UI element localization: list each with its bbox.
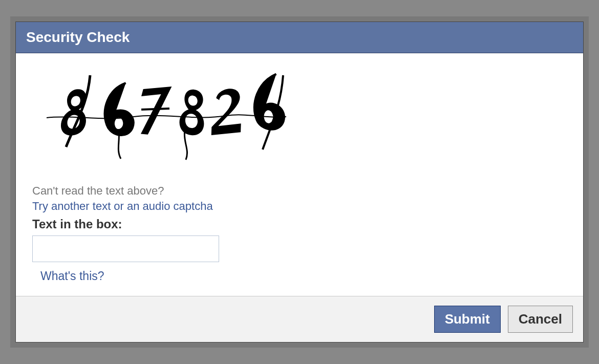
try-another-link[interactable]: Try another text or an audio captcha bbox=[32, 200, 213, 213]
security-check-dialog: Security Check bbox=[15, 22, 584, 342]
submit-button[interactable]: Submit bbox=[434, 306, 501, 333]
dialog-footer: Submit Cancel bbox=[16, 296, 583, 342]
dialog-title: Security Check bbox=[26, 29, 573, 46]
captcha-input-label: Text in the box: bbox=[32, 217, 568, 231]
whats-this-link[interactable]: What's this? bbox=[40, 269, 104, 283]
dialog-body: Can't read the text above? Try another t… bbox=[16, 53, 583, 296]
dialog-header: Security Check bbox=[16, 22, 583, 53]
captcha-image bbox=[41, 68, 287, 170]
cancel-button[interactable]: Cancel bbox=[508, 306, 573, 333]
svg-line-0 bbox=[141, 109, 169, 110]
captcha-input[interactable] bbox=[32, 235, 219, 262]
cant-read-label: Can't read the text above? bbox=[32, 184, 568, 198]
